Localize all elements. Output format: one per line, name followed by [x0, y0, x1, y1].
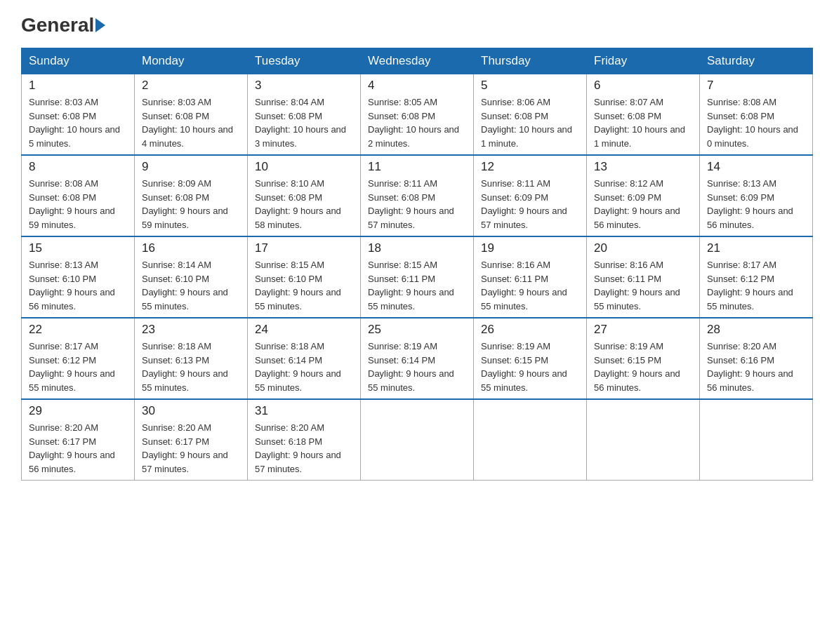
weekday-header-wednesday: Wednesday — [361, 48, 474, 74]
day-info: Sunrise: 8:03 AM Sunset: 6:08 PM Dayligh… — [142, 95, 240, 150]
calendar-cell: 24 Sunrise: 8:18 AM Sunset: 6:14 PM Dayl… — [248, 318, 361, 399]
day-info: Sunrise: 8:19 AM Sunset: 6:15 PM Dayligh… — [481, 340, 579, 394]
calendar-cell: 30 Sunrise: 8:20 AM Sunset: 6:17 PM Dayl… — [135, 399, 248, 481]
day-number: 19 — [481, 241, 579, 255]
weekday-header-monday: Monday — [135, 48, 248, 74]
calendar-cell — [587, 399, 700, 481]
calendar-cell: 9 Sunrise: 8:09 AM Sunset: 6:08 PM Dayli… — [135, 155, 248, 236]
calendar-week-row: 15 Sunrise: 8:13 AM Sunset: 6:10 PM Dayl… — [22, 236, 813, 318]
calendar-cell: 12 Sunrise: 8:11 AM Sunset: 6:09 PM Dayl… — [474, 155, 587, 236]
day-number: 27 — [594, 323, 692, 337]
day-number: 20 — [594, 241, 692, 255]
day-info: Sunrise: 8:11 AM Sunset: 6:09 PM Dayligh… — [481, 177, 579, 232]
calendar-cell: 2 Sunrise: 8:03 AM Sunset: 6:08 PM Dayli… — [135, 74, 248, 156]
day-number: 31 — [255, 404, 353, 418]
calendar-cell: 1 Sunrise: 8:03 AM Sunset: 6:08 PM Dayli… — [22, 74, 135, 156]
weekday-header-sunday: Sunday — [22, 48, 135, 74]
day-info: Sunrise: 8:19 AM Sunset: 6:14 PM Dayligh… — [368, 340, 466, 394]
day-number: 15 — [29, 241, 127, 255]
calendar-week-row: 29 Sunrise: 8:20 AM Sunset: 6:17 PM Dayl… — [22, 399, 813, 481]
calendar-cell: 8 Sunrise: 8:08 AM Sunset: 6:08 PM Dayli… — [22, 155, 135, 236]
day-info: Sunrise: 8:16 AM Sunset: 6:11 PM Dayligh… — [481, 258, 579, 313]
day-info: Sunrise: 8:15 AM Sunset: 6:11 PM Dayligh… — [368, 258, 466, 313]
calendar-cell: 3 Sunrise: 8:04 AM Sunset: 6:08 PM Dayli… — [248, 74, 361, 156]
day-info: Sunrise: 8:20 AM Sunset: 6:17 PM Dayligh… — [29, 421, 127, 476]
day-number: 23 — [142, 323, 240, 337]
day-info: Sunrise: 8:14 AM Sunset: 6:10 PM Dayligh… — [142, 258, 240, 313]
day-number: 4 — [368, 79, 466, 93]
day-info: Sunrise: 8:18 AM Sunset: 6:14 PM Dayligh… — [255, 340, 353, 394]
calendar-cell: 4 Sunrise: 8:05 AM Sunset: 6:08 PM Dayli… — [361, 74, 474, 156]
day-number: 10 — [255, 160, 353, 174]
calendar-header-row: SundayMondayTuesdayWednesdayThursdayFrid… — [22, 48, 813, 74]
calendar-cell: 17 Sunrise: 8:15 AM Sunset: 6:10 PM Dayl… — [248, 236, 361, 318]
day-info: Sunrise: 8:20 AM Sunset: 6:18 PM Dayligh… — [255, 421, 353, 476]
calendar-cell: 18 Sunrise: 8:15 AM Sunset: 6:11 PM Dayl… — [361, 236, 474, 318]
calendar-cell: 10 Sunrise: 8:10 AM Sunset: 6:08 PM Dayl… — [248, 155, 361, 236]
calendar-cell: 31 Sunrise: 8:20 AM Sunset: 6:18 PM Dayl… — [248, 399, 361, 481]
day-number: 11 — [368, 160, 466, 174]
day-info: Sunrise: 8:11 AM Sunset: 6:08 PM Dayligh… — [368, 177, 466, 232]
day-info: Sunrise: 8:07 AM Sunset: 6:08 PM Dayligh… — [594, 95, 692, 150]
day-info: Sunrise: 8:08 AM Sunset: 6:08 PM Dayligh… — [707, 95, 805, 150]
day-info: Sunrise: 8:12 AM Sunset: 6:09 PM Dayligh… — [594, 177, 692, 232]
day-info: Sunrise: 8:04 AM Sunset: 6:08 PM Dayligh… — [255, 95, 353, 150]
calendar-week-row: 22 Sunrise: 8:17 AM Sunset: 6:12 PM Dayl… — [22, 318, 813, 399]
calendar-cell: 6 Sunrise: 8:07 AM Sunset: 6:08 PM Dayli… — [587, 74, 700, 156]
day-number: 28 — [707, 323, 805, 337]
calendar-cell: 25 Sunrise: 8:19 AM Sunset: 6:14 PM Dayl… — [361, 318, 474, 399]
day-info: Sunrise: 8:15 AM Sunset: 6:10 PM Dayligh… — [255, 258, 353, 313]
calendar-cell — [700, 399, 813, 481]
calendar-cell: 27 Sunrise: 8:19 AM Sunset: 6:15 PM Dayl… — [587, 318, 700, 399]
day-number: 13 — [594, 160, 692, 174]
day-number: 24 — [255, 323, 353, 337]
calendar-cell: 13 Sunrise: 8:12 AM Sunset: 6:09 PM Dayl… — [587, 155, 700, 236]
calendar-cell: 23 Sunrise: 8:18 AM Sunset: 6:13 PM Dayl… — [135, 318, 248, 399]
calendar-cell: 28 Sunrise: 8:20 AM Sunset: 6:16 PM Dayl… — [700, 318, 813, 399]
day-info: Sunrise: 8:13 AM Sunset: 6:09 PM Dayligh… — [707, 177, 805, 232]
day-info: Sunrise: 8:05 AM Sunset: 6:08 PM Dayligh… — [368, 95, 466, 150]
day-info: Sunrise: 8:08 AM Sunset: 6:08 PM Dayligh… — [29, 177, 127, 232]
logo-arrow-icon — [95, 18, 105, 32]
calendar-table: SundayMondayTuesdayWednesdayThursdayFrid… — [21, 48, 813, 481]
calendar-cell: 21 Sunrise: 8:17 AM Sunset: 6:12 PM Dayl… — [700, 236, 813, 318]
day-info: Sunrise: 8:17 AM Sunset: 6:12 PM Dayligh… — [29, 340, 127, 394]
calendar-cell: 15 Sunrise: 8:13 AM Sunset: 6:10 PM Dayl… — [22, 236, 135, 318]
day-number: 22 — [29, 323, 127, 337]
page-header: General — [21, 14, 813, 34]
day-number: 9 — [142, 160, 240, 174]
calendar-week-row: 8 Sunrise: 8:08 AM Sunset: 6:08 PM Dayli… — [22, 155, 813, 236]
day-info: Sunrise: 8:20 AM Sunset: 6:17 PM Dayligh… — [142, 421, 240, 476]
calendar-cell: 7 Sunrise: 8:08 AM Sunset: 6:08 PM Dayli… — [700, 74, 813, 156]
day-number: 26 — [481, 323, 579, 337]
calendar-cell: 22 Sunrise: 8:17 AM Sunset: 6:12 PM Dayl… — [22, 318, 135, 399]
calendar-cell: 11 Sunrise: 8:11 AM Sunset: 6:08 PM Dayl… — [361, 155, 474, 236]
day-number: 25 — [368, 323, 466, 337]
day-number: 7 — [707, 79, 805, 93]
day-info: Sunrise: 8:18 AM Sunset: 6:13 PM Dayligh… — [142, 340, 240, 394]
logo: General — [21, 14, 107, 34]
logo-general-text: General — [21, 14, 94, 36]
day-number: 29 — [29, 404, 127, 418]
day-info: Sunrise: 8:20 AM Sunset: 6:16 PM Dayligh… — [707, 340, 805, 394]
day-number: 6 — [594, 79, 692, 93]
day-number: 17 — [255, 241, 353, 255]
day-number: 30 — [142, 404, 240, 418]
calendar-cell: 14 Sunrise: 8:13 AM Sunset: 6:09 PM Dayl… — [700, 155, 813, 236]
day-number: 16 — [142, 241, 240, 255]
calendar-cell: 20 Sunrise: 8:16 AM Sunset: 6:11 PM Dayl… — [587, 236, 700, 318]
weekday-header-saturday: Saturday — [700, 48, 813, 74]
calendar-cell: 29 Sunrise: 8:20 AM Sunset: 6:17 PM Dayl… — [22, 399, 135, 481]
calendar-cell: 19 Sunrise: 8:16 AM Sunset: 6:11 PM Dayl… — [474, 236, 587, 318]
weekday-header-thursday: Thursday — [474, 48, 587, 74]
day-number: 5 — [481, 79, 579, 93]
calendar-cell — [361, 399, 474, 481]
day-info: Sunrise: 8:09 AM Sunset: 6:08 PM Dayligh… — [142, 177, 240, 232]
weekday-header-friday: Friday — [587, 48, 700, 74]
day-info: Sunrise: 8:19 AM Sunset: 6:15 PM Dayligh… — [594, 340, 692, 394]
day-number: 1 — [29, 79, 127, 93]
day-number: 14 — [707, 160, 805, 174]
day-info: Sunrise: 8:03 AM Sunset: 6:08 PM Dayligh… — [29, 95, 127, 150]
day-info: Sunrise: 8:16 AM Sunset: 6:11 PM Dayligh… — [594, 258, 692, 313]
day-info: Sunrise: 8:13 AM Sunset: 6:10 PM Dayligh… — [29, 258, 127, 313]
